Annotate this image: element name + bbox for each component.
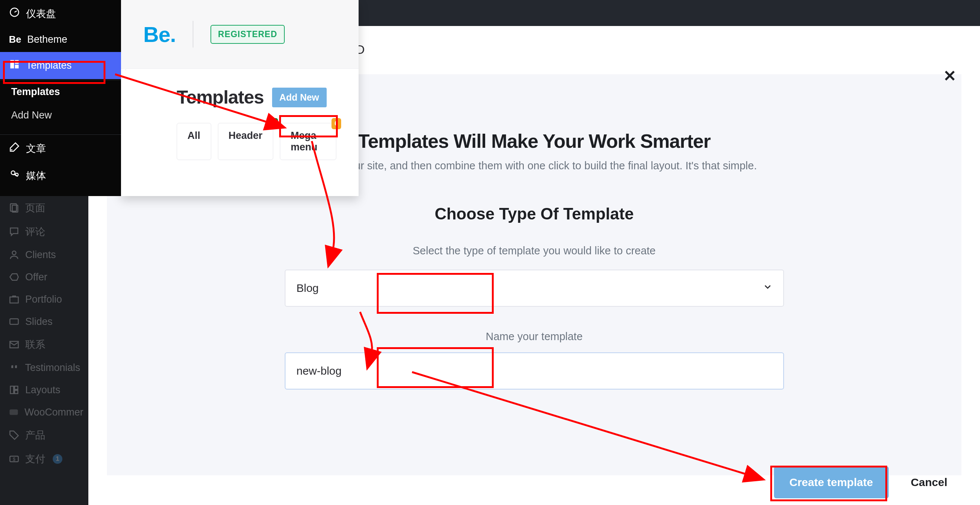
woocommerce-icon: [8, 406, 19, 418]
sidebar-label: Templates: [26, 60, 72, 71]
templates-filter-tabs: All Header 1 Mega menu 6: [177, 123, 336, 160]
svg-rect-3: [10, 297, 19, 303]
cancel-button[interactable]: Cancel: [904, 467, 954, 498]
modal-section-title: Choose Type Of Template: [88, 205, 980, 223]
sidebar-item-layouts[interactable]: Layouts: [0, 379, 88, 401]
tab-label: Mega menu: [291, 130, 317, 153]
sidebar-label: 媒体: [26, 169, 46, 182]
name-field-label: Name your template: [88, 330, 980, 343]
page-title: Templates: [177, 86, 264, 108]
sidebar-item-comments[interactable]: 评论: [0, 220, 88, 244]
sidebar-label: 仪表盘: [26, 7, 56, 21]
portfolio-icon: [8, 293, 20, 305]
products-icon: [8, 429, 20, 441]
sidebar-label: 产品: [25, 429, 45, 442]
betheme-header-card: Be. REGISTERED Templates Add New All Hea…: [121, 0, 359, 196]
sidebar-label: Clients: [25, 249, 56, 261]
registered-badge: REGISTERED: [210, 25, 285, 44]
sidebar-item-offer[interactable]: Offer: [0, 266, 88, 288]
sidebar-item-slides[interactable]: Slides: [0, 311, 88, 333]
sidebar-label: 文章: [26, 142, 46, 155]
submenu-add-new[interactable]: Add New: [0, 104, 121, 127]
svg-rect-4: [10, 319, 19, 325]
svg-rect-10: [10, 60, 14, 69]
media-icon: [9, 169, 20, 182]
sidebar-item-clients[interactable]: Clients: [0, 244, 88, 266]
tab-label: Header: [229, 130, 263, 141]
svg-point-14: [11, 171, 15, 175]
svg-point-15: [16, 174, 19, 176]
submenu-templates[interactable]: Templates: [0, 80, 121, 104]
betheme-icon: Be: [9, 34, 21, 45]
svg-point-13: [11, 149, 13, 151]
tab-label: All: [188, 130, 200, 141]
payments-icon: $: [8, 453, 20, 465]
sidebar-label: Offer: [25, 271, 48, 283]
posts-icon: [9, 142, 20, 155]
tab-header[interactable]: Header 1: [218, 123, 274, 160]
sidebar-item-testimonials[interactable]: Testimonials: [0, 357, 88, 379]
dashboard-icon: [9, 7, 20, 21]
betheme-logo: Be.: [143, 22, 176, 47]
sidebar-item-media[interactable]: 媒体: [0, 162, 121, 189]
sidebar-item-posts[interactable]: 文章: [0, 135, 121, 162]
tab-mega-menu[interactable]: Mega menu 6: [280, 123, 336, 160]
add-new-button[interactable]: Add New: [272, 88, 327, 107]
sidebar-item-woocommerce[interactable]: WooCommer: [0, 401, 88, 423]
template-name-input-wrapper: [285, 352, 784, 390]
sidebar-label: 页面: [25, 201, 45, 215]
sidebar-label: 联系: [25, 338, 45, 351]
modal-section-subtitle: Select the type of template you would li…: [88, 245, 980, 257]
close-icon[interactable]: ✕: [943, 67, 956, 85]
sidebar-item-payments[interactable]: $ 支付 1: [0, 447, 88, 471]
sidebar-label: Betheme: [27, 34, 67, 45]
pages-icon: [8, 202, 20, 214]
create-template-button[interactable]: Create template: [774, 467, 889, 498]
template-name-input[interactable]: [297, 365, 772, 377]
comments-icon: [8, 226, 20, 237]
sidebar-label: Portfolio: [25, 294, 62, 305]
payments-badge: 1: [53, 454, 62, 464]
slides-icon: [8, 315, 20, 328]
svg-point-2: [12, 251, 16, 255]
sidebar-item-products[interactable]: 产品: [0, 423, 88, 447]
sidebar-label: Layouts: [25, 384, 60, 396]
sidebar-label: WooCommer: [24, 406, 84, 418]
sidebar-label: Slides: [25, 316, 53, 328]
contact-icon: [8, 339, 20, 350]
active-notch: [121, 61, 126, 71]
wp-sidebar-flyout: 仪表盘 Be Betheme Templates Templates Add N…: [0, 0, 121, 196]
template-type-select[interactable]: Blog: [285, 269, 784, 307]
select-value: Blog: [297, 282, 319, 295]
svg-text:$: $: [13, 457, 16, 462]
chevron-down-icon: [762, 282, 773, 295]
svg-rect-6: [10, 409, 18, 415]
tab-all[interactable]: All: [177, 123, 211, 160]
layouts-icon: [8, 384, 20, 396]
sidebar-label: Testimonials: [25, 362, 80, 374]
sidebar-item-portfolio[interactable]: Portfolio: [0, 288, 88, 311]
sidebar-item-templates[interactable]: Templates: [0, 52, 121, 79]
sidebar-item-pages[interactable]: 页面: [0, 196, 88, 220]
clients-icon: [8, 249, 20, 261]
divider: [192, 21, 193, 48]
sidebar-item-dashboard[interactable]: 仪表盘: [0, 0, 121, 27]
count-badge: 1: [268, 118, 278, 129]
testimonials-icon: [8, 362, 20, 374]
svg-rect-12: [15, 65, 19, 69]
templates-icon: [9, 59, 20, 72]
count-badge: 6: [331, 118, 341, 129]
sidebar-label: 评论: [25, 225, 45, 238]
sidebar-item-betheme[interactable]: Be Betheme: [0, 27, 121, 52]
sidebar-label: 支付: [25, 452, 45, 466]
svg-rect-11: [15, 60, 19, 64]
offer-icon: [8, 271, 20, 283]
sidebar-item-contact[interactable]: 联系: [0, 333, 88, 357]
